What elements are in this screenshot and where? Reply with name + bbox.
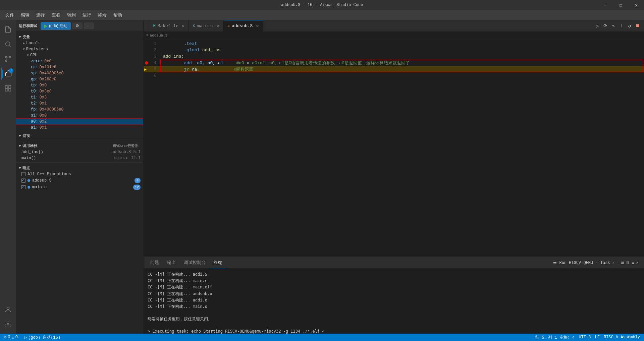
register-t1[interactable]: t1: 0x3 bbox=[16, 94, 143, 100]
breakpoint-marker[interactable] bbox=[145, 61, 148, 65]
debug-toolbar: ▷ ⟳ ↷ ↑ ↺ ⏹ bbox=[594, 20, 644, 31]
svg-point-8 bbox=[7, 307, 9, 310]
status-right: 行 5，列 1 空格: 4 UTF-8 LF RISC-V Assembly bbox=[534, 335, 641, 340]
start-debug-button[interactable]: ▶ (gdb) 启动 bbox=[41, 22, 71, 30]
tab-close-makefile[interactable]: ✕ bbox=[182, 23, 184, 29]
breakpoint-1[interactable]: addsub.S4 bbox=[16, 177, 143, 184]
maximize-button[interactable]: ❐ bbox=[613, 0, 629, 10]
variables-section[interactable]: ▼ 变量 bbox=[16, 32, 143, 40]
register-tp[interactable]: tp: 0x0 bbox=[16, 82, 143, 88]
code-container[interactable]: 1 .text2 .globl add_ins3add_ins:4 add a0… bbox=[144, 39, 644, 257]
activity-account[interactable] bbox=[1, 303, 15, 316]
window-controls: — ❐ ✕ bbox=[598, 0, 644, 10]
callstack-section: ▼ 调用堆栈 调试STEP已暂停 add_ins()addsub.S 5:1ma… bbox=[16, 139, 143, 162]
activity-source-control[interactable] bbox=[1, 52, 15, 66]
locals-item[interactable]: ▶ Locals bbox=[16, 40, 143, 46]
register-t0[interactable]: t0: 0x3e8 bbox=[16, 88, 143, 94]
close-button[interactable]: ✕ bbox=[629, 0, 644, 10]
panel-add-btn[interactable]: + bbox=[617, 260, 619, 265]
panel-content: CC -[M] 正在构建... addi.SCC -[M] 正在构建... ma… bbox=[144, 269, 644, 334]
panel-split-btn[interactable]: ⊡ bbox=[621, 260, 624, 265]
breakpoints-section: ▼ 断点 All C++ Exceptionsaddsub.S4main.c12 bbox=[16, 162, 143, 191]
register-fp[interactable]: fp: 0x408006e0 bbox=[16, 107, 143, 113]
menu-file[interactable]: 文件 bbox=[3, 11, 17, 19]
menu-select[interactable]: 选择 bbox=[34, 11, 48, 19]
bottom-panel: 问题 输出 调试控制台 终端 ☰ Run RISCV-QEMU - Task ✓… bbox=[144, 257, 644, 334]
svg-point-1 bbox=[5, 60, 7, 62]
line-number-1: 1 bbox=[144, 42, 160, 46]
activity-settings[interactable] bbox=[1, 318, 15, 331]
code-line-4: 4 add a0, a0, a1 #a0 = a0+a1，a0、a1是C语言调用… bbox=[144, 60, 644, 66]
menu-edit[interactable]: 编辑 bbox=[18, 11, 32, 19]
activity-debug[interactable]: 1 bbox=[1, 67, 15, 80]
status-errors[interactable]: ⊘ 0 ⚠ 0 bbox=[3, 335, 19, 340]
terminal-line: CC -[M] 正在构建... addsub.o bbox=[148, 291, 640, 297]
breakpoint-2[interactable]: main.c12 bbox=[16, 184, 143, 191]
code-lines: 1 .text2 .globl add_ins3add_ins:4 add a0… bbox=[144, 39, 644, 79]
debug-step-over[interactable]: ⟳ bbox=[602, 22, 609, 29]
panel-close-btn[interactable]: ✕ bbox=[636, 260, 639, 265]
debug-stop[interactable]: ⏹ bbox=[634, 22, 641, 29]
debug-step-out[interactable]: ↑ bbox=[618, 22, 625, 29]
panel-trash-btn[interactable]: 🗑 bbox=[626, 260, 630, 265]
activity-explorer[interactable] bbox=[1, 23, 15, 36]
breadcrumb-path[interactable]: addsub.S bbox=[150, 33, 168, 38]
play-icon: ▶ bbox=[44, 23, 48, 28]
cpu-item[interactable]: ▼ CPU bbox=[16, 52, 143, 58]
register-s1[interactable]: s1: 0x0 bbox=[16, 113, 143, 119]
panel-tab-output[interactable]: 输出 bbox=[163, 257, 180, 268]
tab-makefile[interactable]: M Makefile ✕ bbox=[149, 20, 189, 31]
panel-tab-terminal[interactable]: 终端 bbox=[210, 257, 226, 268]
register-sp[interactable]: sp: 0x408006c0 bbox=[16, 70, 143, 76]
svg-rect-4 bbox=[5, 86, 8, 88]
menu-terminal[interactable]: 终端 bbox=[95, 11, 109, 19]
panel-tab-debug-console[interactable]: 调试控制台 bbox=[180, 257, 210, 268]
status-encoding[interactable]: UTF-8 bbox=[578, 335, 592, 340]
register-a0[interactable]: a0: 0x2 bbox=[16, 119, 143, 125]
panel-up-btn[interactable]: ∧ bbox=[632, 260, 634, 265]
panel-tabs: 问题 输出 调试控制台 终端 ☰ Run RISCV-QEMU - Task ✓… bbox=[144, 257, 644, 269]
breakpoints-label[interactable]: ▼ 断点 bbox=[16, 163, 143, 171]
status-language[interactable]: RISC-V Assembly bbox=[602, 335, 641, 340]
menu-view[interactable]: 查看 bbox=[49, 11, 63, 19]
status-debug[interactable]: ▷ (gdb) 启动(16) bbox=[23, 335, 62, 340]
callstack-label[interactable]: ▼ 调用堆栈 调试STEP已暂停 bbox=[16, 141, 143, 149]
callstack-item-1[interactable]: main()main.c 12:1 bbox=[16, 155, 143, 161]
register-gp[interactable]: gp: 0x268c0 bbox=[16, 76, 143, 82]
svg-rect-6 bbox=[5, 89, 8, 91]
registers-list: zero: 0x0ra: 0x101e8sp: 0x408006c0gp: 0x… bbox=[16, 58, 143, 131]
register-a1[interactable]: a1: 0x1 bbox=[16, 125, 143, 131]
watch-section[interactable]: ▼ 监视 bbox=[16, 131, 143, 139]
minimize-button[interactable]: — bbox=[598, 0, 613, 10]
register-zero[interactable]: zero: 0x0 bbox=[16, 58, 143, 64]
activity-search[interactable] bbox=[1, 38, 15, 51]
register-t2[interactable]: t2: 0x1 bbox=[16, 100, 143, 107]
status-position[interactable]: 行 5，列 1 空格: 4 bbox=[534, 335, 576, 340]
run-debug-label: 运行和调试 bbox=[19, 23, 37, 28]
debug-restart[interactable]: ↺ bbox=[626, 22, 633, 29]
tab-addsubs[interactable]: ≡ addsub.S ✕ bbox=[223, 20, 263, 31]
status-line-ending[interactable]: LF bbox=[594, 335, 601, 340]
callstack-status: 调试STEP已暂停 bbox=[113, 144, 138, 148]
tab-close-mainc[interactable]: ✕ bbox=[216, 23, 219, 29]
line-number-6: 6 bbox=[144, 73, 160, 78]
activity-extensions[interactable] bbox=[1, 82, 15, 95]
tab-close-addsubs[interactable]: ✕ bbox=[256, 23, 259, 29]
register-ra[interactable]: ra: 0x101e8 bbox=[16, 64, 143, 70]
menu-goto[interactable]: 转到 bbox=[64, 11, 78, 19]
debug-continue[interactable]: ▷ bbox=[594, 22, 601, 29]
editor-area: M Makefile ✕ C main.c ✕ ≡ addsub.S ✕ ▷ ⟳… bbox=[144, 20, 644, 334]
window-title: addsub.S - 16 - Visual Studio Code bbox=[281, 3, 363, 7]
debug-step-into[interactable]: ↷ bbox=[610, 22, 617, 29]
breadcrumb: ≡ addsub.S bbox=[144, 32, 644, 39]
debug-more-button[interactable]: ··· bbox=[84, 22, 94, 29]
menu-run[interactable]: 运行 bbox=[80, 11, 94, 19]
collapse-arrow: ▶ bbox=[23, 41, 25, 45]
menu-help[interactable]: 帮助 bbox=[111, 11, 125, 19]
breakpoint-0[interactable]: All C++ Exceptions bbox=[16, 171, 143, 177]
tab-mainc[interactable]: C main.c ✕ bbox=[189, 20, 223, 31]
registers-item[interactable]: ▼ Registers bbox=[16, 46, 143, 52]
callstack-item-0[interactable]: add_ins()addsub.S 5:1 bbox=[16, 149, 143, 155]
panel-tab-problems[interactable]: 问题 bbox=[146, 257, 163, 268]
debug-settings-button[interactable]: ⚙ bbox=[72, 22, 83, 29]
